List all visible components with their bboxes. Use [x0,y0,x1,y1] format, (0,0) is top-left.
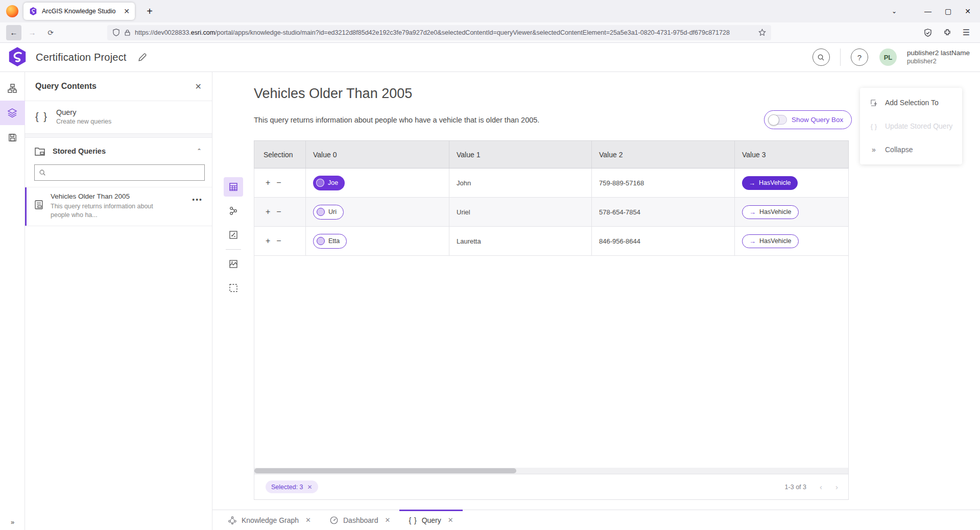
browser-tab[interactable]: ArcGIS Knowledge Studio ✕ [23,3,135,20]
double-chevron-right-icon: » [869,146,878,154]
relationship-pill[interactable]: →HasVehicle [742,234,799,248]
maximize-button[interactable]: ▢ [945,7,951,15]
window-close-button[interactable]: ✕ [965,7,971,15]
cell-value1[interactable]: Uriel [449,198,591,226]
url-bar[interactable]: https://dev0028833.esri.com/portal/apps/… [107,25,771,40]
edit-title-pencil-icon[interactable] [138,53,147,62]
show-query-box-toggle[interactable]: Show Query Box [764,110,852,129]
bookmark-star-icon[interactable] [758,29,766,36]
panel-close-icon[interactable]: ✕ [195,82,202,91]
panel-title: Query Contents [35,82,195,91]
link-chart-icon [228,206,238,216]
remove-from-selection-button[interactable]: − [276,207,281,216]
avatar[interactable]: PL [879,49,897,66]
column-header-value2[interactable]: Value 2 [591,141,734,168]
back-button[interactable]: ← [6,25,21,40]
stored-queries-search[interactable] [34,164,205,181]
tab-dashboard[interactable]: Dashboard ✕ [320,510,399,530]
sidebar-item-layers[interactable] [0,101,25,125]
extensions-puzzle-icon[interactable] [943,29,951,37]
entity-pill[interactable]: Joe [313,176,345,190]
clear-selection-icon[interactable]: ✕ [307,484,313,491]
header-divider [840,49,841,66]
table-view-button[interactable] [224,177,243,197]
results-table: Selection Value 0 Value 1 Value 2 Value … [254,140,849,500]
menu-hamburger-icon[interactable]: ☰ [963,28,970,37]
shield-icon[interactable] [112,29,120,36]
prev-page-button[interactable]: ‹ [820,483,822,491]
remove-from-selection-button[interactable]: − [276,178,281,187]
firefox-icon[interactable] [6,5,18,17]
remove-from-selection-button[interactable]: − [276,236,281,246]
collapse-section-chevron-icon[interactable]: ⌃ [197,148,202,155]
search-input[interactable] [49,169,200,177]
column-header-value1[interactable]: Value 1 [449,141,591,168]
stored-query-item[interactable]: Vehicles Older Than 2005 This query retu… [25,187,212,226]
tab-knowledge-graph[interactable]: Knowledge Graph ✕ [219,510,320,530]
next-page-button[interactable]: › [835,483,838,491]
query-contents-panel: Query Contents ✕ { } Query Create new qu… [25,72,212,530]
tab-close-icon[interactable]: ✕ [124,8,130,15]
lock-icon[interactable] [124,29,131,36]
add-to-selection-button[interactable]: + [266,207,270,216]
add-to-selection-button[interactable]: + [266,236,270,246]
edit-view-button[interactable] [224,225,243,245]
menu-item-add-selection-to[interactable]: Add Selection To [860,91,962,114]
list-tabs-chevron-icon[interactable]: ⌄ [892,8,897,15]
search-button[interactable] [812,49,830,66]
browser-tab-title: ArcGIS Knowledge Studio [42,8,119,15]
tab-close-icon[interactable]: ✕ [305,516,311,524]
column-header-value3[interactable]: Value 3 [734,141,848,168]
scrollbar-thumb[interactable] [254,468,516,473]
link-chart-view-button[interactable] [224,201,243,221]
entity-pill[interactable]: Uri [313,205,344,220]
query-item-title: Query [56,108,111,116]
map-view-button[interactable] [224,254,243,274]
browser-tab-strip: ArcGIS Knowledge Studio ✕ + ⌄ — ▢ ✕ [0,0,980,22]
sidebar-item-hierarchy[interactable] [0,76,25,101]
user-block[interactable]: publisher2 lastName publisher2 [907,49,972,66]
add-to-selection-button[interactable]: + [266,178,270,187]
cell-value2[interactable]: 846-956-8644 [591,227,734,255]
tab-close-icon[interactable]: ✕ [448,516,453,524]
menu-item-collapse[interactable]: » Collapse [860,138,962,161]
reload-button[interactable]: ⟳ [43,25,58,40]
help-button[interactable]: ? [851,49,868,66]
page-range: 1-3 of 3 [785,484,806,491]
tab-label: Knowledge Graph [242,516,299,524]
forward-button[interactable]: → [25,25,40,40]
tab-close-icon[interactable]: ✕ [385,516,390,524]
relationship-pill[interactable]: →HasVehicle [742,205,799,219]
menu-item-update-stored-query[interactable]: { } Update Stored Query [860,114,962,138]
minimize-button[interactable]: — [924,7,931,15]
account-icon[interactable] [924,29,932,37]
stored-query-document-icon [34,200,43,210]
column-header-selection[interactable]: Selection [254,141,305,168]
cell-value1[interactable]: John [449,168,591,197]
horizontal-scrollbar[interactable] [254,468,849,474]
relationship-pill[interactable]: →HasVehicle [742,176,798,190]
table-row[interactable]: +− Uri Uriel 578-654-7854 →HasVehicle [254,198,849,227]
cell-value2[interactable]: 759-889-57168 [591,168,734,197]
table-row[interactable]: +− Joe John 759-889-57168 →HasVehicle [254,168,849,198]
cell-value2[interactable]: 578-654-7854 [591,198,734,226]
new-tab-button[interactable]: + [142,6,157,17]
item-options-ellipsis-icon[interactable]: ••• [192,196,203,204]
page-title: Vehicles Older Than 2005 [254,86,412,102]
save-icon [8,133,17,142]
table-row[interactable]: +− Etta Lauretta 846-956-8644 →HasVehicl… [254,227,849,256]
query-item[interactable]: { } Query Create new queries [25,101,212,134]
stored-queries-header[interactable]: Stored Queries ⌃ [25,138,212,161]
sidebar-item-save[interactable] [0,125,25,150]
select-area-view-button[interactable] [224,278,243,298]
search-icon [39,169,46,176]
braces-icon: { } [869,123,878,130]
expand-rail-button[interactable]: » [0,518,25,526]
tab-query[interactable]: { } Query ✕ [399,510,462,530]
entity-pill[interactable]: Etta [313,234,347,249]
column-header-value0[interactable]: Value 0 [305,141,449,168]
app-logo [8,47,27,67]
tab-label: Query [422,516,441,524]
selected-count-chip[interactable]: Selected: 3✕ [266,480,318,493]
cell-value1[interactable]: Lauretta [449,227,591,255]
